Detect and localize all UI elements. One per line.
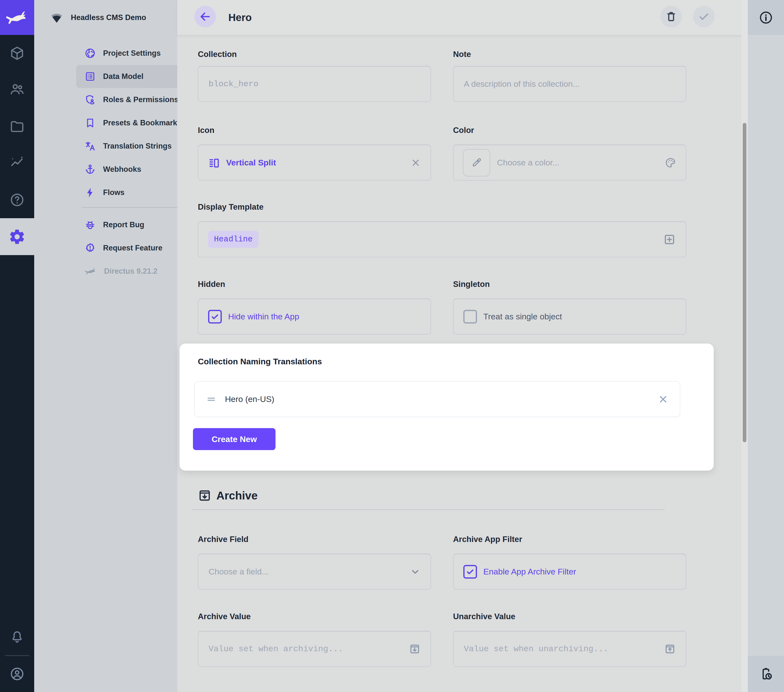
app-version: Directus 9.21.2: [104, 267, 158, 276]
module-settings[interactable]: [0, 218, 34, 255]
archive-app-filter-field: Enable App Archive Filter: [453, 554, 686, 590]
globe-icon: [84, 48, 96, 59]
info-button[interactable]: [748, 0, 784, 35]
hidden-checkbox[interactable]: [208, 310, 222, 324]
note-label: Note: [453, 50, 686, 59]
chevron-down-icon: [410, 566, 421, 577]
archive-value-label: Archive Value: [198, 612, 431, 621]
module-bar: [0, 0, 34, 692]
display-template-label: Display Template: [198, 202, 431, 211]
singleton-checkbox[interactable]: [463, 310, 477, 324]
archive-up-icon: [664, 643, 676, 655]
create-new-button[interactable]: Create New: [193, 428, 275, 450]
archive-field-select[interactable]: [198, 554, 431, 590]
hidden-label: Hidden: [198, 279, 431, 289]
hidden-checkbox-label[interactable]: Hide within the App: [228, 312, 299, 321]
plus-box-icon[interactable]: [663, 233, 676, 246]
module-users[interactable]: [0, 76, 34, 102]
insights-icon: [10, 154, 25, 170]
archive-box-icon: [198, 489, 211, 502]
project-name: Headless CMS Demo: [71, 13, 146, 22]
icon-value: Vertical Split: [226, 158, 404, 167]
vertical-split-icon: [208, 157, 220, 168]
sidebar-item-label: Translation Strings: [103, 142, 172, 150]
translate-icon: [84, 140, 96, 152]
archive-app-filter-checkbox-label[interactable]: Enable App Archive Filter: [483, 567, 576, 576]
palette-icon[interactable]: [665, 157, 676, 168]
collection-label: Collection: [198, 50, 431, 59]
revisions-button[interactable]: [748, 656, 784, 692]
badge-exclaim-icon: [84, 243, 96, 254]
singleton-label: Singleton: [453, 279, 686, 289]
collection-naming-translations-card: Collection Naming Translations Hero (en-…: [180, 344, 714, 471]
clipboard-clock-icon: [759, 667, 773, 681]
arrow-left-icon: [199, 10, 211, 23]
unarchive-value-label: Unarchive Value: [453, 612, 686, 621]
scrollbar-thumb[interactable]: [743, 123, 746, 442]
display-template-input[interactable]: Headline: [198, 221, 686, 257]
module-insights[interactable]: [0, 149, 34, 175]
x-icon[interactable]: [658, 394, 669, 405]
module-docs[interactable]: [0, 187, 34, 213]
info-icon: [759, 10, 773, 25]
page-title: Hero: [228, 0, 252, 35]
avatar-icon: [10, 666, 25, 682]
x-icon[interactable]: [410, 158, 421, 168]
icon-input[interactable]: Vertical Split: [198, 145, 431, 180]
rabbit-icon: [84, 267, 97, 276]
collection-input[interactable]: [198, 66, 431, 102]
shield-person-icon: [84, 94, 96, 105]
note-input[interactable]: [453, 66, 686, 102]
archive-divider: [192, 509, 665, 510]
archive-app-filter-checkbox[interactable]: [463, 565, 477, 579]
bug-icon: [84, 219, 96, 230]
directus-logo[interactable]: [0, 0, 34, 35]
wifi-icon: [50, 11, 64, 25]
translation-item-label: Hero (en-US): [225, 395, 649, 404]
delete-button[interactable]: [660, 6, 682, 27]
sidebar-item-label: Data Model: [103, 72, 143, 81]
unarchive-value-input[interactable]: [453, 631, 686, 667]
sidebar-item-label: Request Feature: [103, 244, 162, 253]
cube-icon: [10, 46, 25, 61]
bell-icon: [10, 630, 25, 644]
data-model-icon: [84, 71, 96, 82]
translation-list-item[interactable]: Hero (en-US): [194, 381, 680, 417]
color-input[interactable]: [453, 145, 686, 180]
sidebar-item-label: Roles & Permissions: [103, 95, 178, 104]
archive-field-label: Archive Field: [198, 535, 431, 544]
user-menu-button[interactable]: [0, 661, 34, 687]
people-icon: [10, 82, 25, 97]
archive-heading: Archive: [198, 489, 258, 502]
hidden-field: Hide within the App: [198, 299, 431, 335]
singleton-checkbox-label[interactable]: Treat as single object: [483, 312, 562, 321]
sidebar-item-label: Report Bug: [103, 220, 144, 229]
save-button[interactable]: [693, 6, 715, 27]
notifications-button[interactable]: [0, 624, 34, 651]
archive-value-input[interactable]: [198, 631, 431, 667]
drag-handle-icon[interactable]: [206, 394, 217, 405]
help-icon: [10, 192, 25, 208]
main-content: Hero Collection Note Icon Color: [177, 0, 741, 692]
page-header: Hero: [177, 0, 741, 35]
anchor-icon: [84, 164, 96, 175]
template-field-chip[interactable]: Headline: [208, 231, 259, 248]
singleton-field: Treat as single object: [453, 299, 686, 335]
translations-title: Collection Naming Translations: [198, 357, 322, 366]
icon-label: Icon: [198, 126, 431, 135]
modbar-divider: [5, 655, 29, 656]
trash-icon: [665, 10, 677, 23]
color-label: Color: [453, 126, 686, 135]
back-button[interactable]: [194, 6, 216, 27]
archive-down-icon: [408, 643, 421, 655]
sidebar-item-label: Flows: [103, 188, 125, 197]
project-header[interactable]: Headless CMS Demo: [34, 0, 177, 35]
eyedropper-button[interactable]: [463, 149, 490, 177]
archive-app-filter-label: Archive App Filter: [453, 535, 686, 544]
eyedropper-icon: [471, 157, 482, 168]
module-files[interactable]: [0, 113, 34, 140]
sidebar-item-label: Webhooks: [103, 165, 141, 174]
bolt-icon: [84, 187, 96, 198]
sidebar-item-label: Presets & Bookmarks: [103, 119, 181, 127]
module-content[interactable]: [0, 40, 34, 67]
